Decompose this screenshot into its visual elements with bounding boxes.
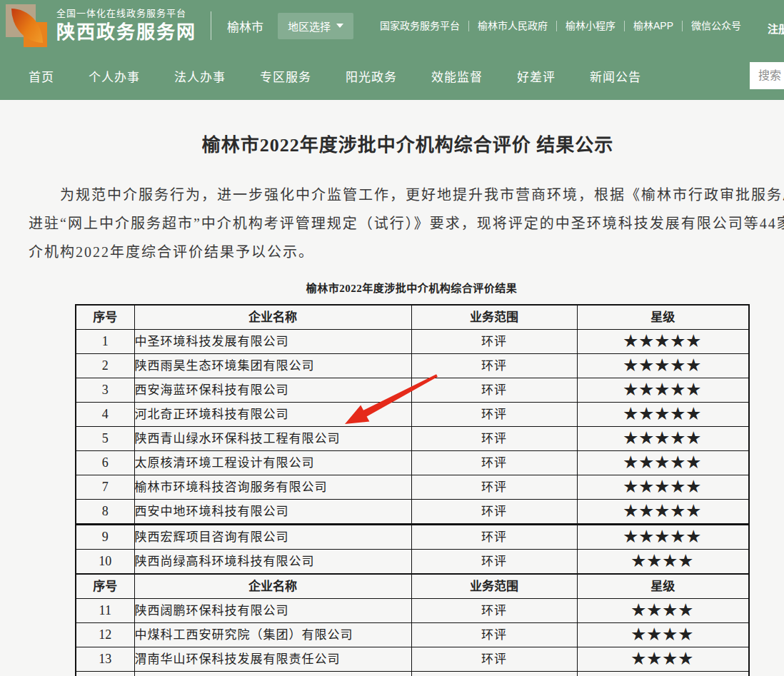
brand-block: 全国一体化在线政务服务平台 陕西政务服务网 — [56, 8, 196, 44]
page: 全国一体化在线政务服务平台 陕西政务服务网 榆林市 地区选择 国家政务服务平台榆… — [0, 0, 784, 676]
cell-index: 4 — [76, 403, 134, 427]
table-header-row: 序号企业名称业务范围星级 — [76, 574, 749, 599]
paragraph-line: 为规范中介服务行为，进一步强化中介监管工作，更好地提升我市营商环境，根据《榆林市… — [29, 181, 784, 209]
cell-business-scope: 环评 — [411, 623, 577, 647]
evaluation-table: 序号企业名称业务范围星级1中圣环境科技发展有限公司环评★★★★★2陕西雨昊生态环… — [75, 304, 750, 676]
nav-item-首页[interactable]: 首页 — [29, 67, 54, 85]
cell-index: 6 — [76, 451, 134, 475]
paragraph-line: 进驻“网上中介服务超市”中介机构考评管理规定（试行）》要求，现将评定的中圣环境科… — [29, 209, 784, 238]
cell-index: 5 — [76, 427, 134, 451]
cell-company-name: 陕西雨昊生态环境集团有限公司 — [134, 354, 411, 378]
cell-company-name: 渭南华山环保科技发展有限责任公司 — [134, 647, 411, 672]
cell-business-scope: 环评 — [411, 354, 577, 378]
cell-index: 10 — [76, 550, 134, 575]
table-row: 3西安海蓝环保科技有限公司环评★★★★★ — [76, 378, 749, 403]
nav-item-个人办事[interactable]: 个人办事 — [89, 67, 140, 85]
cell-index: 7 — [76, 475, 134, 500]
site-logo-icon — [6, 4, 47, 47]
cell-index: 8 — [76, 500, 134, 525]
nav-item-阳光政务[interactable]: 阳光政务 — [346, 67, 397, 85]
column-header: 星级 — [577, 574, 749, 599]
column-header: 业务范围 — [411, 305, 577, 330]
cell-company-name: 中圣环境科技发展有限公司 — [134, 330, 411, 354]
table-row: 1中圣环境科技发展有限公司环评★★★★★ — [76, 330, 749, 354]
table-row: 6太原核清环境工程设计有限公司环评★★★★★ — [76, 451, 749, 475]
logo-leaf-icon — [11, 9, 43, 43]
header-links: 国家政务服务平台榆林市人民政府榆林小程序榆林APP微信公众号 — [371, 21, 750, 31]
platform-tagline: 全国一体化在线政务服务平台 — [56, 8, 196, 19]
column-header: 企业名称 — [134, 305, 411, 330]
cell-business-scope: 环评 — [411, 500, 577, 525]
chevron-down-icon — [336, 24, 343, 28]
cell-star-rating: ★★★★ — [577, 550, 749, 575]
cell-star-rating: ★★★★★ — [577, 475, 749, 500]
cell-index: 13 — [76, 647, 134, 672]
cell-star-rating: ★★★★★ — [577, 525, 749, 550]
cell-company-name: 西安中地环境科技有限公司 — [134, 500, 411, 525]
table-header-row: 序号企业名称业务范围星级 — [76, 305, 749, 330]
table-row: 4河北奇正环境科技有限公司环评★★★★★ — [76, 403, 749, 427]
header-link[interactable]: 榆林市人民政府 — [469, 21, 557, 31]
header-link[interactable]: 榆林小程序 — [557, 21, 625, 31]
cell-star-rating: ★★★★★ — [577, 354, 749, 378]
cell-business-scope: 环评 — [411, 378, 577, 403]
search-input[interactable] — [750, 62, 784, 89]
cell-index: 12 — [76, 623, 134, 647]
register-link[interactable]: 注册 — [768, 21, 784, 36]
column-header: 业务范围 — [411, 574, 577, 599]
current-city-label: 榆林市 — [227, 17, 263, 35]
cell-index: 1 — [76, 330, 134, 354]
site-header: 全国一体化在线政务服务平台 陕西政务服务网 榆林市 地区选择 国家政务服务平台榆… — [0, 0, 784, 51]
cell-index: 3 — [76, 378, 134, 403]
cell-star-rating: ★★★★★ — [577, 330, 749, 354]
header-link[interactable]: 微信公众号 — [683, 21, 750, 31]
cell-index: 9 — [76, 525, 134, 550]
cell-business-scope: 环评 — [411, 451, 577, 475]
table-row: 5陕西青山绿水环保科技工程有限公司环评★★★★★ — [76, 427, 749, 451]
empty-cell — [411, 672, 577, 676]
main-nav: 首页个人办事法人办事专区服务阳光政务效能监督好差评新闻公告 — [0, 51, 784, 100]
nav-item-法人办事[interactable]: 法人办事 — [174, 67, 226, 85]
cell-business-scope: 环评 — [411, 330, 577, 354]
announcement-paragraph: 为规范中介服务行为，进一步强化中介监管工作，更好地提升我市营商环境，根据《榆林市… — [29, 181, 784, 266]
column-header: 星级 — [577, 305, 749, 330]
nav-item-好差评[interactable]: 好差评 — [517, 67, 556, 85]
cell-company-name: 中煤科工西安研究院（集团）有限公司 — [134, 623, 411, 647]
cell-star-rating: ★★★★★ — [577, 378, 749, 403]
header-link[interactable]: 榆林APP — [625, 21, 683, 31]
cell-star-rating: ★★★★★ — [577, 403, 749, 427]
table-caption: 榆林市2022年度涉批中介机构综合评价结果 — [75, 280, 748, 295]
nav-item-效能监督[interactable]: 效能监督 — [431, 67, 483, 85]
cell-business-scope: 环评 — [411, 647, 577, 672]
nav-item-专区服务[interactable]: 专区服务 — [260, 67, 311, 85]
cell-business-scope: 环评 — [411, 599, 577, 623]
cell-company-name: 西安海蓝环保科技有限公司 — [134, 378, 411, 403]
header-link[interactable]: 国家政务服务平台 — [371, 21, 469, 31]
announcement-document: 榆林市2022年度涉批中介机构综合评价 结果公示 为规范中介服务行为，进一步强化… — [0, 100, 784, 676]
table-row: 10陕西尚绿高科环境科技有限公司环评★★★★ — [76, 550, 749, 575]
cell-business-scope: 环评 — [411, 475, 577, 500]
cell-business-scope: 环评 — [411, 403, 577, 427]
cell-company-name: 陕西宏辉项目咨询有限公司 — [134, 525, 411, 550]
cell-company-name: 陕西尚绿高科环境科技有限公司 — [134, 550, 411, 575]
cell-index: 2 — [76, 354, 134, 378]
table-row: 11陕西阔鹏环保科技有限公司环评★★★★ — [76, 599, 749, 623]
region-selector-button[interactable]: 地区选择 — [278, 13, 353, 39]
cell-business-scope: 环评 — [411, 550, 577, 575]
cell-star-rating: ★★★★ — [577, 647, 749, 672]
cell-business-scope: 环评 — [411, 427, 577, 451]
header-divider — [211, 11, 211, 40]
nav-items: 首页个人办事法人办事专区服务阳光政务效能监督好差评新闻公告 — [29, 67, 641, 85]
cell-company-name: 陕西青山绿水环保科技工程有限公司 — [134, 427, 411, 451]
table-row: 13渭南华山环保科技发展有限责任公司环评★★★★ — [76, 647, 749, 672]
cell-company-name: 河北奇正环境科技有限公司 — [134, 403, 411, 427]
nav-item-新闻公告[interactable]: 新闻公告 — [590, 67, 641, 85]
column-header: 序号 — [76, 305, 134, 330]
cell-index: 11 — [76, 599, 134, 623]
table-row-partial — [76, 672, 749, 676]
cell-company-name: 太原核清环境工程设计有限公司 — [134, 451, 411, 475]
table-row: 12中煤科工西安研究院（集团）有限公司环评★★★★ — [76, 623, 749, 647]
paragraph-line: 介机构2022年度综合评价结果予以公示。 — [29, 238, 784, 266]
site-name: 陕西政务服务网 — [56, 21, 196, 44]
cell-star-rating: ★★★★★ — [577, 500, 749, 525]
